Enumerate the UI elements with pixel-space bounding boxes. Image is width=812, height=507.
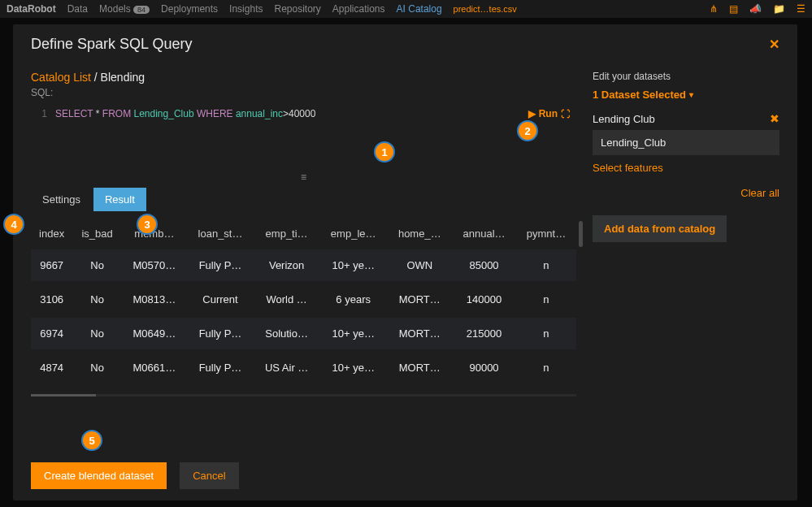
breadcrumb-catalog-list[interactable]: Catalog List	[31, 71, 91, 84]
nav-models[interactable]: Models 84	[99, 3, 150, 15]
list-icon[interactable]: ▤	[729, 3, 738, 15]
close-icon[interactable]: ✕	[769, 37, 779, 52]
drag-handle[interactable]: ≡	[31, 171, 576, 183]
marker-1: 1	[374, 141, 395, 162]
nav-ai-catalog[interactable]: AI Catalog	[397, 3, 442, 15]
nav-insights[interactable]: Insights	[229, 3, 263, 15]
create-blended-dataset-button[interactable]: Create blended dataset	[31, 462, 167, 489]
play-icon: ▶	[528, 108, 536, 119]
tabs: Settings Result	[31, 188, 576, 211]
table-row[interactable]: 6974NoM0649…Fully P…Solutio…10+ ye…MORT……	[31, 317, 576, 351]
menu-icon[interactable]: ☰	[797, 3, 805, 15]
scrollbar-horizontal[interactable]	[31, 394, 576, 396]
dataset-selected-toggle[interactable]: 1 Dataset Selected▾	[593, 89, 779, 101]
result-table: indexis_badmemb…loan_st…emp_ti…emp_le…ho…	[31, 218, 576, 386]
marker-3: 3	[137, 214, 158, 235]
remove-dataset-icon[interactable]: ✖	[770, 112, 779, 125]
nav-data[interactable]: Data	[67, 3, 88, 15]
run-button[interactable]: ▶ Run ⛶	[528, 108, 570, 119]
clear-all-link[interactable]: Clear all	[593, 187, 779, 199]
logo: DataRobot	[7, 3, 56, 15]
current-file[interactable]: predict…tes.csv	[454, 4, 517, 14]
sql-editor[interactable]: 1 SELECT * FROM Lending_Club WHERE annua…	[31, 103, 576, 167]
add-data-button[interactable]: Add data from catalog	[593, 215, 727, 242]
breadcrumb-current: Blending	[101, 71, 145, 84]
table-row[interactable]: 9667NoM0570…Fully P…Verizon10+ ye…OWN850…	[31, 249, 576, 283]
scrollbar-vertical[interactable]	[579, 221, 583, 247]
topbar-icons: ⋔ ▤ 📣 📁 ☰	[710, 3, 805, 15]
models-badge: 84	[133, 6, 150, 14]
breadcrumb: Catalog List / Blending	[31, 71, 576, 84]
megaphone-icon[interactable]: 📣	[749, 3, 762, 15]
expand-icon[interactable]: ⛶	[561, 109, 570, 119]
marker-2: 2	[517, 120, 538, 141]
marker-4: 4	[3, 214, 24, 235]
cancel-button[interactable]: Cancel	[180, 462, 238, 489]
marker-5: 5	[81, 430, 102, 451]
dataset-name: Lending Club	[593, 113, 655, 125]
topbar: DataRobot Data Models 84 Deployments Ins…	[0, 0, 812, 18]
edit-datasets-label: Edit your datasets	[593, 71, 779, 82]
tab-result[interactable]: Result	[93, 188, 146, 211]
modal: Define Spark SQL Query ✕ Catalog List / …	[13, 24, 797, 500]
sql-code[interactable]: SELECT * FROM Lending_Club WHERE annual_…	[55, 108, 576, 167]
tab-settings[interactable]: Settings	[31, 188, 92, 211]
modal-title: Define Spark SQL Query	[31, 36, 192, 53]
table-row[interactable]: 4874NoM0661…Fully P…US Air …10+ ye…MORT……	[31, 351, 576, 385]
share-icon[interactable]: ⋔	[710, 3, 718, 15]
table-row[interactable]: 3106NoM0813…CurrentWorld …6 yearsMORT…14…	[31, 283, 576, 317]
nav-applications[interactable]: Applications	[332, 3, 385, 15]
folder-icon[interactable]: 📁	[773, 3, 785, 15]
chevron-down-icon: ▾	[689, 90, 693, 99]
line-number: 1	[31, 108, 55, 167]
sql-label: SQL:	[31, 87, 576, 98]
dataset-alias-input[interactable]: Lending_Club	[593, 130, 779, 155]
select-features-link[interactable]: Select features	[593, 162, 779, 174]
nav-deployments[interactable]: Deployments	[161, 3, 218, 15]
nav-repository[interactable]: Repository	[274, 3, 320, 15]
table-header-row: indexis_badmemb…loan_st…emp_ti…emp_le…ho…	[31, 218, 576, 249]
